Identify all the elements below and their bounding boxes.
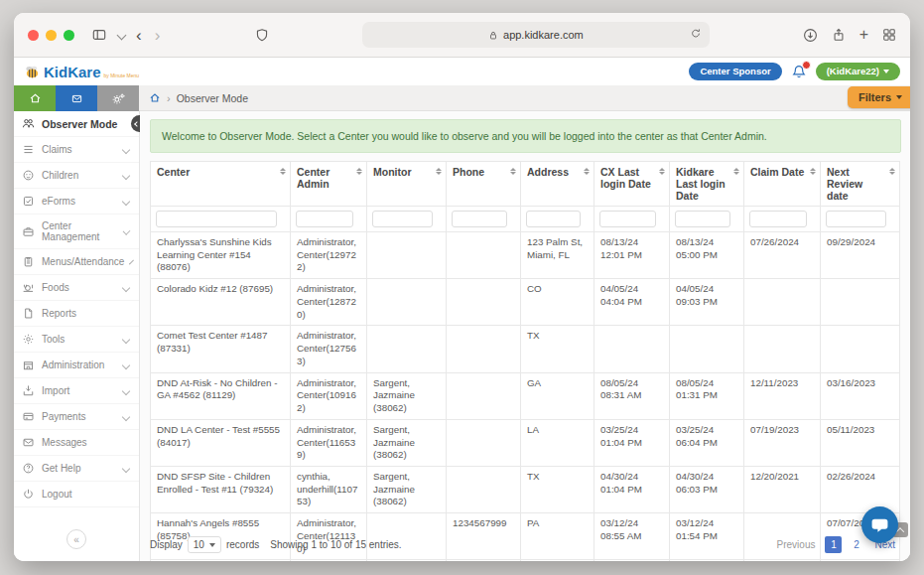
home-button[interactable] xyxy=(14,85,56,111)
cell-center[interactable]: Comet Test Center #1487 (87331) xyxy=(151,326,291,372)
cell-center-admin: Administrator, Center(109162) xyxy=(291,372,367,419)
cell-address[interactable]: LA xyxy=(521,419,594,466)
sidebar-item-messages[interactable]: Messages xyxy=(14,430,139,456)
downloads-icon[interactable] xyxy=(803,28,818,43)
column-header-monitor[interactable]: Monitor xyxy=(367,162,447,207)
sort-icon[interactable] xyxy=(584,168,590,175)
cell-address[interactable]: CO xyxy=(521,279,594,326)
sidebar-item-reports[interactable]: Reports xyxy=(14,301,139,327)
cell-claim-date: 12/11/2023 xyxy=(744,372,821,419)
sort-icon[interactable] xyxy=(889,168,895,175)
sidebar-collapse-button[interactable]: « xyxy=(66,529,86,549)
column-header-kidkare-last-login-date[interactable]: Kidkare Last login Date xyxy=(670,162,744,207)
column-filter-input-next-review-date[interactable] xyxy=(826,211,886,227)
column-filter-input-monitor[interactable] xyxy=(372,211,433,227)
cell-kidkare-last-login xyxy=(670,326,744,372)
sidebar-item-payments[interactable]: Payments xyxy=(14,404,139,430)
address-bar[interactable]: app.kidkare.com xyxy=(362,22,710,48)
sidebar-item-tools[interactable]: Tools xyxy=(14,327,139,353)
forward-button[interactable]: › xyxy=(153,27,163,44)
settings-gears-button[interactable] xyxy=(97,85,139,111)
new-tab-icon[interactable]: + xyxy=(859,27,868,43)
sidebar-item-foods[interactable]: Foods xyxy=(14,275,139,301)
sidebar-item-center-management[interactable]: Center Management xyxy=(14,215,139,249)
tab-group-chevron-icon[interactable] xyxy=(117,30,127,40)
sort-icon[interactable] xyxy=(436,168,442,175)
back-button[interactable]: ‹ xyxy=(134,27,144,44)
cell-center[interactable]: Charlyssa's Sunshine Kids Learning Cente… xyxy=(151,232,291,279)
close-window-button[interactable] xyxy=(28,30,39,41)
centers-table-wrap: CenterCenter AdminMonitorPhoneAddressCX … xyxy=(150,161,910,529)
sidebar-item-eforms[interactable]: eForms xyxy=(14,189,139,215)
breadcrumb-home-icon[interactable] xyxy=(149,92,161,103)
cell-address[interactable]: 123 Palm St, Miami, FL xyxy=(521,232,594,279)
column-header-cx-last-login-date[interactable]: CX Last login Date xyxy=(594,162,670,207)
column-filter-input-center-admin[interactable] xyxy=(296,211,353,227)
column-header-center-admin[interactable]: Center Admin xyxy=(291,162,367,207)
column-filter-input-address[interactable] xyxy=(526,211,581,227)
reload-icon[interactable] xyxy=(690,27,702,40)
sidebar-item-menus-attendance[interactable]: Menus/Attendance xyxy=(14,249,139,275)
cell-address[interactable]: GA xyxy=(521,372,594,419)
sidebar-item-label: Children xyxy=(42,170,78,181)
column-filter-input-kidkare-last-login-date[interactable] xyxy=(675,211,730,227)
file-icon xyxy=(22,307,35,320)
pagination-previous[interactable]: Previous xyxy=(773,536,820,553)
tab-overview-icon[interactable] xyxy=(882,28,896,42)
cell-cx-last-login: 03/25/24 01:04 PM xyxy=(594,419,670,466)
kidkare-logo[interactable]: KidKare by Minute Menu xyxy=(24,64,139,79)
sort-icon[interactable] xyxy=(356,168,362,175)
cell-center[interactable]: DND SFSP Site - Children Enrolled - Test… xyxy=(151,467,291,513)
column-header-claim-date[interactable]: Claim Date xyxy=(744,162,821,207)
sidebar-item-observer-mode[interactable]: Observer Mode xyxy=(14,111,139,137)
sort-icon[interactable] xyxy=(659,168,665,175)
chat-widget-button[interactable] xyxy=(861,506,898,543)
cell-address[interactable]: TX xyxy=(521,326,594,372)
chevron-down-icon xyxy=(122,197,130,205)
quick-nav xyxy=(14,85,139,111)
sidebar-toggle-icon[interactable] xyxy=(91,28,107,42)
zoom-window-button[interactable] xyxy=(64,30,74,41)
share-icon[interactable] xyxy=(832,27,846,43)
column-filter-input-claim-date[interactable] xyxy=(749,211,807,227)
sort-icon[interactable] xyxy=(810,168,816,175)
center-sponsor-button[interactable]: Center Sponsor xyxy=(689,63,781,80)
cell-center-admin: Administrator, Center(127563) xyxy=(291,326,367,372)
column-header-phone[interactable]: Phone xyxy=(447,162,521,207)
privacy-shield-icon[interactable] xyxy=(255,28,269,43)
cell-center[interactable]: Colorado Kidz #12 (87695) xyxy=(151,279,291,326)
sidebar-item-claims[interactable]: Claims xyxy=(14,137,139,163)
column-filter-input-center[interactable] xyxy=(156,211,277,227)
sidebar-item-children[interactable]: Children xyxy=(14,163,139,189)
column-filter-input-cx-last-login-date[interactable] xyxy=(599,211,656,227)
column-header-center[interactable]: Center xyxy=(151,162,291,207)
sidebar-item-administration[interactable]: Administration xyxy=(14,353,139,378)
main-content: Welcome to Observer Mode. Select a Cente… xyxy=(140,111,910,561)
sidebar-item-import[interactable]: Import xyxy=(14,378,139,404)
sidebar-pin-icon[interactable] xyxy=(131,115,140,132)
account-menu-button[interactable]: (KidKare22) xyxy=(816,63,900,80)
filters-button[interactable]: Filters xyxy=(848,86,910,108)
cell-center[interactable]: DND At-Risk - No Children - GA #4562 (81… xyxy=(151,372,291,419)
cell-address[interactable]: TX xyxy=(521,467,594,513)
sidebar-item-logout[interactable]: Logout xyxy=(14,482,139,507)
cell-next-review: 03/16/2023 xyxy=(821,372,900,419)
notifications-bell-icon[interactable] xyxy=(791,64,807,79)
records-per-page-select[interactable]: 10 xyxy=(188,536,221,553)
header-row: CenterCenter AdminMonitorPhoneAddressCX … xyxy=(151,162,900,207)
pagination-page-1[interactable]: 1 xyxy=(825,536,842,553)
column-header-next-review-date[interactable]: Next Review date xyxy=(821,162,900,207)
messages-button[interactable] xyxy=(56,85,97,111)
cell-center[interactable]: DND LA Center - Test #5555 (84017) xyxy=(151,419,291,466)
cell-monitor: Sargent, Jazmaine (38062) xyxy=(367,372,447,419)
minimize-window-button[interactable] xyxy=(46,30,57,41)
sidebar-item-get-help[interactable]: Get Help xyxy=(14,456,139,482)
column-filter-input-phone[interactable] xyxy=(452,211,507,227)
sort-icon[interactable] xyxy=(733,168,739,175)
sort-icon[interactable] xyxy=(280,168,286,175)
table-row: Comet Test Center #1487 (87331)Administr… xyxy=(151,326,900,372)
pagination-page-2[interactable]: 2 xyxy=(848,536,864,553)
column-header-address[interactable]: Address xyxy=(521,162,594,207)
sort-icon[interactable] xyxy=(510,168,516,175)
users-icon xyxy=(22,117,35,130)
